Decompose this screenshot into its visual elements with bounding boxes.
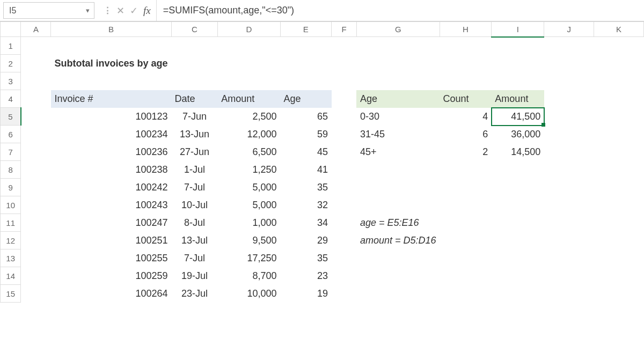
cell-F14[interactable] (332, 267, 357, 285)
table2-header[interactable]: Amount (492, 90, 544, 108)
table1-cell[interactable]: 1,250 (218, 161, 280, 179)
table2-cell[interactable]: 36,000 (492, 126, 544, 143)
cell-I13[interactable] (492, 249, 544, 267)
cell-K3[interactable] (594, 72, 644, 90)
table1-cell[interactable]: 45 (280, 143, 331, 161)
cell-G13[interactable] (356, 249, 440, 267)
cell-A7[interactable] (21, 143, 51, 161)
cell-A13[interactable] (21, 249, 51, 267)
cell-J8[interactable] (544, 161, 594, 179)
table2-cell[interactable]: 2 (440, 143, 492, 161)
table1-cell[interactable]: 9,500 (218, 232, 280, 249)
cell-H8[interactable] (440, 161, 492, 179)
cell-H14[interactable] (440, 267, 492, 285)
cell-A15[interactable] (21, 285, 51, 303)
table1-cell[interactable]: 12,000 (218, 126, 280, 143)
cell-H1[interactable] (440, 37, 492, 55)
table1-cell[interactable]: 100242 (51, 179, 171, 196)
cell-J10[interactable] (544, 196, 594, 214)
table1-cell[interactable]: 1,000 (218, 214, 280, 232)
cell-A10[interactable] (21, 196, 51, 214)
col-header-K[interactable]: K (594, 22, 644, 37)
col-header-E[interactable]: E (280, 22, 331, 37)
row-header-10[interactable]: 10 (1, 196, 21, 214)
cell-F6[interactable] (332, 126, 357, 143)
cell-G15[interactable] (356, 285, 440, 303)
row-header-3[interactable]: 3 (1, 72, 21, 90)
table1-cell[interactable]: 1-Jul (171, 161, 218, 179)
table1-cell[interactable]: 10-Jul (171, 196, 218, 214)
chevron-down-icon[interactable]: ▾ (86, 6, 90, 14)
cell-H11[interactable] (440, 214, 492, 232)
table1-cell[interactable]: 100259 (51, 267, 171, 285)
cell-F9[interactable] (332, 179, 357, 196)
table1-cell[interactable]: 32 (280, 196, 331, 214)
table1-cell[interactable]: 7-Jul (171, 249, 218, 267)
cell-H3[interactable] (440, 72, 492, 90)
cell-F13[interactable] (332, 249, 357, 267)
col-header-J[interactable]: J (544, 22, 594, 37)
table2-cell[interactable]: 4 (440, 108, 492, 126)
table1-cell[interactable]: 10,000 (218, 285, 280, 303)
col-header-I[interactable]: I (492, 22, 544, 37)
name-box[interactable]: I5 ▾ (3, 2, 94, 19)
cell-F8[interactable] (332, 161, 357, 179)
cell-K13[interactable] (594, 249, 644, 267)
cell-F11[interactable] (332, 214, 357, 232)
row-header-2[interactable]: 2 (1, 55, 21, 72)
cell-I1[interactable] (492, 37, 544, 55)
table1-cell[interactable]: 100247 (51, 214, 171, 232)
cell-B3[interactable] (51, 72, 171, 90)
cell-K7[interactable] (594, 143, 644, 161)
table1-header[interactable]: Date (171, 90, 218, 108)
cell-A9[interactable] (21, 179, 51, 196)
table2-cell[interactable]: 45+ (356, 143, 440, 161)
cell-A8[interactable] (21, 161, 51, 179)
table1-header[interactable]: Invoice # (51, 90, 171, 108)
cell-E1[interactable] (280, 37, 331, 55)
cell-F1[interactable] (332, 37, 357, 55)
row-header-8[interactable]: 8 (1, 161, 21, 179)
cell-I15[interactable] (492, 285, 544, 303)
fx-icon[interactable]: fx (143, 5, 151, 17)
cell-H15[interactable] (440, 285, 492, 303)
cell-K2[interactable] (594, 55, 644, 72)
cell-I3[interactable] (492, 72, 544, 90)
cell-K15[interactable] (594, 285, 644, 303)
cell-B1[interactable] (51, 37, 171, 55)
cell-J2[interactable] (544, 55, 594, 72)
cell-A6[interactable] (21, 126, 51, 143)
cell-F3[interactable] (332, 72, 357, 90)
table1-cell[interactable]: 100238 (51, 161, 171, 179)
cell-K14[interactable] (594, 267, 644, 285)
table1-cell[interactable]: 23-Jul (171, 285, 218, 303)
table1-cell[interactable]: 17,250 (218, 249, 280, 267)
table1-cell[interactable]: 23 (280, 267, 331, 285)
cell-J5[interactable] (544, 108, 594, 126)
cell-J1[interactable] (544, 37, 594, 55)
cell-I12[interactable] (492, 232, 544, 249)
spreadsheet-grid[interactable]: ABCDEFGHIJK 12Subtotal invoices by age34… (0, 21, 644, 303)
table1-cell[interactable]: 13-Jul (171, 232, 218, 249)
col-header-F[interactable]: F (332, 22, 357, 37)
cell-K9[interactable] (594, 179, 644, 196)
row-header-1[interactable]: 1 (1, 37, 21, 55)
cell-K4[interactable] (594, 90, 644, 108)
cell-K12[interactable] (594, 232, 644, 249)
table1-cell[interactable]: 100251 (51, 232, 171, 249)
cell-I11[interactable] (492, 214, 544, 232)
table2-header[interactable]: Count (440, 90, 492, 108)
table1-cell[interactable]: 41 (280, 161, 331, 179)
cell-A14[interactable] (21, 267, 51, 285)
table2-header[interactable]: Age (356, 90, 440, 108)
cell-K1[interactable] (594, 37, 644, 55)
cell-D3[interactable] (218, 72, 280, 90)
cell-G2[interactable] (356, 55, 440, 72)
table1-cell[interactable]: 100243 (51, 196, 171, 214)
cell-K6[interactable] (594, 126, 644, 143)
cell-J15[interactable] (544, 285, 594, 303)
row-header-5[interactable]: 5 (1, 108, 21, 126)
cell-J14[interactable] (544, 267, 594, 285)
cell-J12[interactable] (544, 232, 594, 249)
cell-H2[interactable] (440, 55, 492, 72)
